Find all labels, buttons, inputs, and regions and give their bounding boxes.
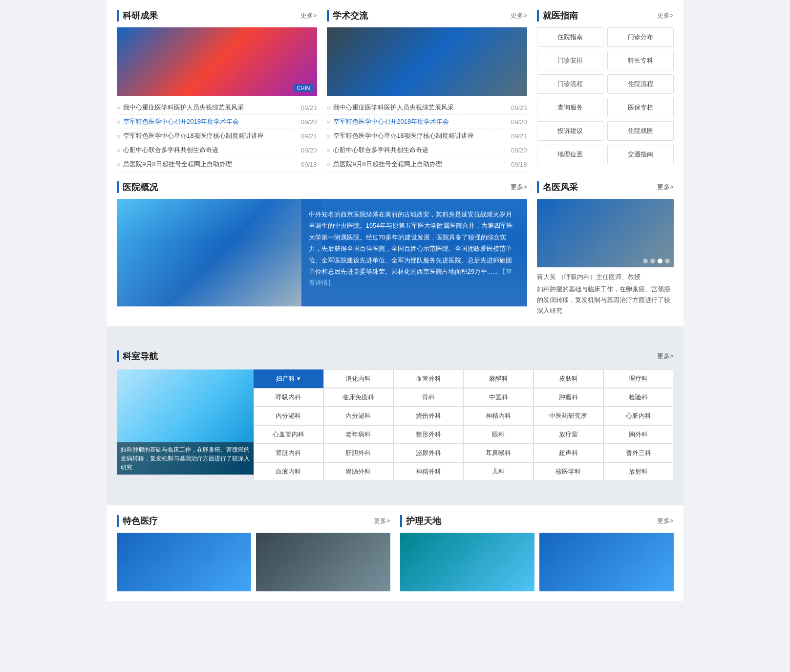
dept-tab-cardio[interactable]: 心脏内科 — [603, 407, 673, 425]
dept-tab-lab[interactable]: 检验科 — [603, 388, 673, 407]
dept-tab-immunol[interactable]: 临床免疫科 — [323, 388, 393, 407]
dept-tab-ortho[interactable]: 骨科 — [393, 388, 463, 407]
dept-tab-cv[interactable]: 心血管内科 — [254, 425, 323, 444]
guide-btn-7[interactable]: 查询服务 — [537, 98, 603, 117]
guide-more[interactable]: 更多> — [657, 11, 674, 20]
list-item[interactable]: ○ 空军特色医学中心举办18项医疗核心制度精讲讲座 09/21 — [117, 129, 317, 143]
overview-more[interactable]: 更多> — [511, 183, 527, 192]
guide-btn-1[interactable]: 住院指南 — [537, 27, 603, 47]
dept-tab-gastro[interactable]: 消化内科 — [323, 369, 393, 388]
dept-image-caption: 妇科肿瘤的基础与临床工作，在卵巢癌、宫颈癌的发病转移，复发机制与基因治疗方面进行… — [117, 442, 254, 475]
nursing-more[interactable]: 更多> — [657, 517, 674, 525]
dept-tab-endo2[interactable]: 内分泌科 — [323, 407, 393, 425]
list-item[interactable]: ○ 空军特色医学中心举办18项医疗核心制度精讲讲座 09/21 — [327, 129, 527, 143]
doctor-col: 名医风采 更多> 蒋大英 （呼吸内科）主任医师、教授 妇科肿瘤的基础与临床工作，… — [537, 181, 674, 316]
nursing-title: 护理天地 — [400, 515, 441, 527]
academic-section: 学术交流 更多> ○ 我中心重症医学科医护人员央视综艺展风采 09/23 ○ 空… — [327, 10, 527, 172]
dept-tab-us[interactable]: 超声科 — [534, 444, 603, 462]
list-item[interactable]: ○ 我中心重症医学科医护人员央视综艺展风采 09/23 — [117, 101, 317, 115]
guide-btn-4[interactable]: 特长专科 — [607, 51, 674, 70]
doctor-title: 名医风采 — [537, 181, 578, 193]
guide-btn-5[interactable]: 门诊流程 — [537, 74, 603, 94]
dept-tab-thorax[interactable]: 胸外科 — [603, 425, 673, 444]
nursing-section: 护理天地 更多> — [400, 515, 674, 591]
doctor-name: 蒋大英 （呼吸内科）主任医师、教授 — [537, 272, 674, 282]
list-item[interactable]: ○ 空军特色医学中心召开2018年度学术年会 09/20 — [117, 115, 317, 129]
guide-section: 就医指南 更多> 住院指南 门诊分布 门诊安排 特长专科 门诊流程 住院流程 查… — [537, 10, 674, 172]
dept-tab-kidney[interactable]: 肾脏内科 — [254, 444, 323, 462]
research-image: CHIN — [117, 27, 317, 96]
dept-tab-ent[interactable]: 耳鼻喉科 — [463, 444, 533, 462]
nursing-img1 — [400, 533, 534, 591]
academic-news-list: ○ 我中心重症医学科医护人员央视综艺展风采 09/23 ○ 空军特色医学中心召开… — [327, 101, 527, 172]
dept-tab-neurosurg[interactable]: 神精外科 — [393, 462, 463, 481]
dot-1[interactable] — [643, 259, 648, 263]
dept-tab-resp[interactable]: 呼吸内科 — [254, 388, 323, 407]
dept-tab-nuclear[interactable]: 核医学科 — [534, 462, 603, 481]
dept-tab-radio[interactable]: 放疗室 — [534, 425, 603, 444]
dept-more[interactable]: 更多> — [657, 352, 674, 361]
dept-tab-hepato[interactable]: 肝胆外科 — [323, 444, 393, 462]
dot-3[interactable] — [658, 259, 662, 263]
guide-btn-9[interactable]: 投诉建议 — [537, 121, 603, 141]
academic-title: 学术交流 — [327, 10, 368, 22]
dept-tab-uro[interactable]: 泌尿外科 — [393, 444, 463, 462]
doctor-more[interactable]: 更多> — [657, 183, 674, 192]
dept-tab-gi[interactable]: 胃肠外科 — [323, 462, 393, 481]
dept-tab-neuro[interactable]: 神精内科 — [463, 407, 533, 425]
dept-tab-tcm[interactable]: 中医科 — [463, 388, 533, 407]
guide-grid: 住院指南 门诊分布 门诊安排 特长专科 门诊流程 住院流程 查询服务 医保专栏 … — [537, 27, 674, 164]
dept-title: 科室导航 — [117, 350, 158, 362]
dept-tab-eye[interactable]: 眼科 — [463, 425, 533, 444]
guide-btn-8[interactable]: 医保专栏 — [607, 98, 674, 117]
dept-tab-burn[interactable]: 烧伤外科 — [393, 407, 463, 425]
guide-btn-6[interactable]: 住院流程 — [607, 74, 674, 94]
list-item[interactable]: ○ 总医院9月8日起挂号全程网上自助办理 09/18 — [117, 157, 317, 172]
dept-tabs: 妇产科 ▾ 消化内科 血管外科 麻醉科 皮肤科 理疗科 呼吸内科 临床免疫科 骨… — [254, 369, 674, 481]
dept-tab-vascular[interactable]: 血管外科 — [393, 369, 463, 388]
guide-btn-11[interactable]: 地理位置 — [537, 145, 603, 164]
dept-tab-gynecology[interactable]: 妇产科 ▾ — [254, 369, 323, 388]
dept-tab-oncol[interactable]: 肿瘤科 — [534, 388, 603, 407]
guide-btn-12[interactable]: 交通指南 — [607, 145, 674, 164]
dept-tab-anesthesia[interactable]: 麻醉科 — [463, 369, 533, 388]
dept-tab-physio[interactable]: 理疗科 — [603, 369, 673, 388]
dept-content: 妇科肿瘤的基础与临床工作，在卵巢癌、宫颈癌的发病转移，复发机制与基因治疗方面进行… — [117, 369, 674, 481]
academic-more[interactable]: 更多> — [511, 11, 527, 20]
nursing-img2 — [539, 533, 674, 591]
list-item[interactable]: ○ 我中心重症医学科医护人员央视综艺展风采 09/23 — [327, 101, 527, 115]
dept-tab-hema[interactable]: 血液内科 — [254, 462, 323, 481]
dept-tab-endo1[interactable]: 内分泌科 — [254, 407, 323, 425]
research-title: 科研成果 — [117, 10, 158, 22]
special-medical-section: 特色医疗 更多> — [117, 515, 390, 591]
dept-tab-peds[interactable]: 儿科 — [463, 462, 533, 481]
doctor-desc: 妇科肿瘤的基础与临床工作，在卵巢癌、宫颈癌的发病转移，复发机制与基因治疗方面进行… — [537, 284, 674, 316]
dept-tab-plastic[interactable]: 整形外科 — [393, 425, 463, 444]
guide-btn-10[interactable]: 住院就医 — [607, 121, 674, 141]
dept-tab-radiology[interactable]: 放射科 — [603, 462, 673, 481]
overview-text-overlay: 中外知名的西京医院坐落在美丽的古城西安，其前身是延安抗战烽火岁月里诞生的中央医院… — [301, 199, 527, 306]
dot-2[interactable] — [650, 259, 655, 263]
list-item[interactable]: ○ 心脏中心联合多学科共创生命奇迹 09/20 — [327, 143, 527, 157]
research-more[interactable]: 更多> — [300, 11, 317, 20]
academic-image — [327, 27, 527, 96]
special-medical-title: 特色医疗 — [117, 515, 158, 527]
dept-tab-derma[interactable]: 皮肤科 — [534, 369, 603, 388]
overview-title: 医院概况 — [117, 181, 158, 193]
research-section: 科研成果 更多> CHIN ○ 我中心重症医学科医护人员央视综艺展风采 09/2… — [117, 10, 317, 172]
list-item[interactable]: ○ 空军特色医学中心召开2018年度学术年会 09/20 — [327, 115, 527, 129]
dept-tab-tcmri[interactable]: 中医药研究所 — [534, 407, 603, 425]
research-news-list: ○ 我中心重症医学科医护人员央视综艺展风采 09/23 ○ 空军特色医学中心召开… — [117, 101, 317, 172]
guide-btn-3[interactable]: 门诊安排 — [537, 51, 603, 70]
dot-4[interactable] — [665, 259, 670, 263]
list-item[interactable]: ○ 总医院9月8日起挂号全程网上自助办理 09/18 — [327, 157, 527, 172]
dept-tab-gen3[interactable]: 普外三科 — [603, 444, 673, 462]
special-medical-img1 — [117, 533, 251, 591]
dept-tab-geri[interactable]: 老年病科 — [323, 425, 393, 444]
guide-btn-2[interactable]: 门诊分布 — [607, 27, 674, 47]
dept-image: 妇科肿瘤的基础与临床工作，在卵巢癌、宫颈癌的发病转移，复发机制与基因治疗方面进行… — [117, 369, 254, 475]
overview-col: 医院概况 更多> 中外知名的西京医院坐落在美丽的古城西安，其前身是延安抗战烽火岁… — [117, 181, 527, 316]
special-medical-img2 — [256, 533, 390, 591]
special-medical-more[interactable]: 更多> — [374, 517, 390, 525]
list-item[interactable]: ○ 心脏中心联合多学科共创生命奇迹 09/20 — [117, 143, 317, 157]
